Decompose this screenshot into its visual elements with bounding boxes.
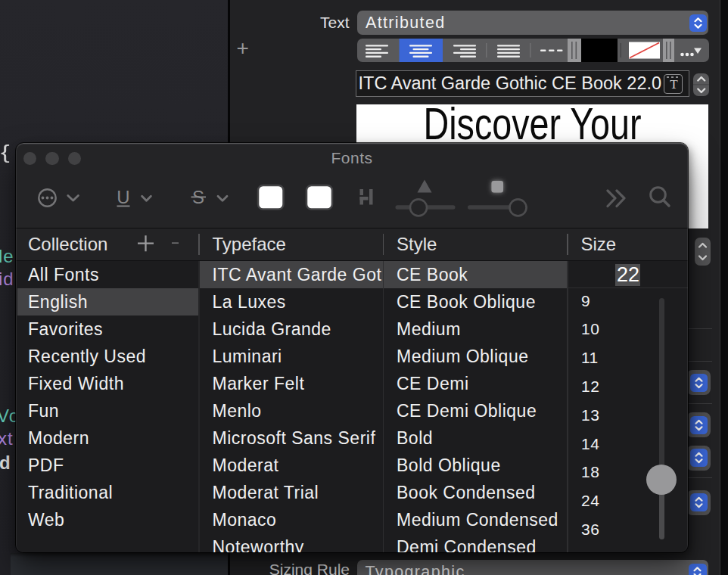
svg-text:U: U: [117, 187, 129, 207]
